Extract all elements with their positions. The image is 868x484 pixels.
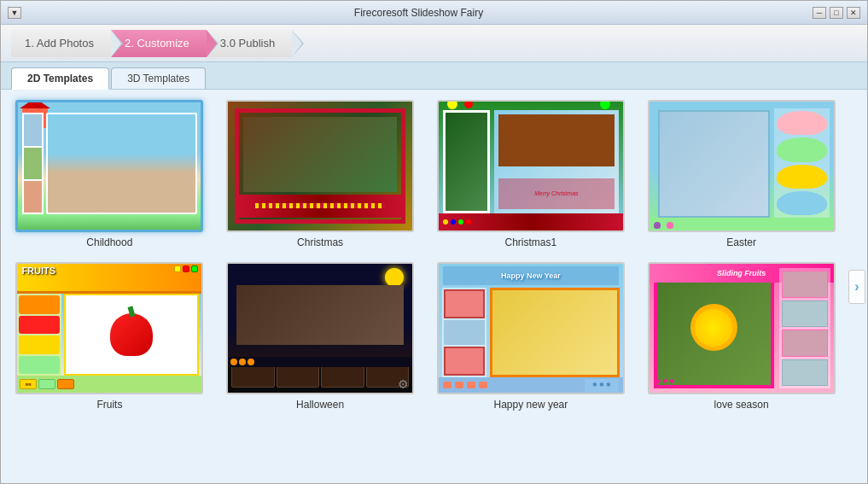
template-label-childhood: Childhood [86, 236, 132, 248]
template-label-easter: Easter [726, 236, 756, 248]
tabs-bar: 2D Templates 3D Templates [1, 62, 867, 89]
wizard-step-add-photos[interactable]: 1. Add Photos [11, 30, 111, 57]
template-thumb-easter[interactable] [648, 100, 836, 232]
templates-grid: Childhood Christmas [11, 100, 857, 411]
template-thumb-loveseason[interactable]: Sliding Fruits ♥ ♥ ♥ [648, 262, 836, 394]
template-item-fruits[interactable]: FRUITS [11, 262, 208, 411]
minimize-button[interactable]: ─ [813, 7, 826, 19]
next-arrow[interactable]: › [848, 270, 865, 304]
template-item-christmas1[interactable]: Merry Christmas [433, 100, 630, 248]
template-item-christmas[interactable]: Christmas [222, 100, 419, 248]
window-title: Firecoresoft Slideshow Fairy [25, 7, 813, 19]
template-label-halloween: Halloween [296, 399, 344, 411]
template-thumb-childhood[interactable] [15, 100, 203, 232]
template-label-happynewyear: Happy new year [494, 399, 568, 411]
template-label-christmas: Christmas [297, 236, 343, 248]
wizard-step-customize[interactable]: 2. Customize [111, 30, 207, 57]
content-area: Childhood Christmas [1, 89, 867, 483]
wizard-bar: 1. Add Photos 2. Customize 3.0 Publish [1, 25, 867, 62]
window-controls: ─ □ ✕ [813, 7, 860, 19]
template-item-halloween[interactable]: ⚙ Halloween [222, 262, 419, 411]
template-label-christmas1: Christmas1 [505, 236, 557, 248]
tab-2d-templates[interactable]: 2D Templates [11, 67, 109, 90]
template-label-loveseason: love season [714, 399, 769, 411]
menu-button[interactable]: ▼ [8, 7, 21, 19]
template-thumb-christmas[interactable] [226, 100, 414, 232]
title-bar: ▼ Firecoresoft Slideshow Fairy ─ □ ✕ [1, 1, 867, 25]
close-button[interactable]: ✕ [847, 7, 860, 19]
template-thumb-fruits[interactable]: FRUITS [15, 262, 203, 394]
template-thumb-happynewyear[interactable]: Happy New Year [437, 262, 625, 394]
template-item-loveseason[interactable]: Sliding Fruits ♥ ♥ ♥ [643, 262, 840, 411]
template-item-easter[interactable]: Easter [643, 100, 840, 248]
template-thumb-christmas1[interactable]: Merry Christmas [437, 100, 625, 232]
main-window: ▼ Firecoresoft Slideshow Fairy ─ □ ✕ 1. … [0, 0, 868, 484]
template-thumb-halloween[interactable]: ⚙ [226, 262, 414, 394]
title-bar-left: ▼ [8, 7, 25, 19]
maximize-button[interactable]: □ [830, 7, 843, 19]
template-label-fruits: Fruits [96, 399, 122, 411]
wizard-step-publish[interactable]: 3.0 Publish [207, 30, 292, 57]
template-item-childhood[interactable]: Childhood [11, 100, 208, 248]
gear-icon[interactable]: ⚙ [398, 377, 409, 391]
tab-3d-templates[interactable]: 3D Templates [111, 67, 206, 89]
template-item-happynewyear[interactable]: Happy New Year [433, 262, 630, 411]
